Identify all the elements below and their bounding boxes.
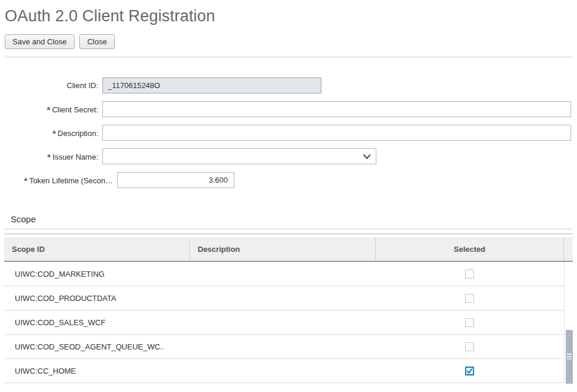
required-asterisk: * [47, 152, 51, 161]
scope-id-cell: UIWC:CC_HOME [4, 367, 375, 375]
required-asterisk: * [24, 176, 28, 185]
scope-table-body: UIWC:COD_MARKETING UIWC:COD_PRODUCTDATA … [4, 262, 573, 383]
table-row[interactable]: UIWC:CC_HOME [4, 359, 564, 383]
scrollbar-thumb[interactable] [566, 330, 573, 384]
scope-checkbox[interactable] [465, 318, 474, 327]
chevron-down-icon [363, 153, 371, 160]
issuer-name-row: *Issuer Name: [5, 148, 577, 164]
selected-cell [375, 367, 563, 375]
checkmark-icon [466, 368, 473, 374]
oauth-client-registration-page: OAuth 2.0 Client Registration Save and C… [0, 7, 577, 383]
token-lifetime-field[interactable] [117, 172, 234, 188]
description-label: *Description: [5, 128, 98, 138]
scope-id-cell: UIWC:COD_MARKETING [4, 270, 375, 278]
required-asterisk: * [47, 105, 50, 114]
save-and-close-button[interactable]: Save and Close [5, 34, 75, 49]
scope-id-cell: UIWC:COD_SALES_WCF [4, 318, 375, 327]
toolbar-divider [5, 57, 573, 57]
token-lifetime-label-text: Token Lifetime (Secon… [29, 176, 113, 185]
table-row[interactable]: UIWC:COD_MARKETING [4, 262, 564, 286]
description-label-text: Description: [57, 129, 98, 138]
column-header-scrollbar-spacer [563, 237, 573, 261]
table-row[interactable]: UIWC:COD_SEOD_AGENT_QUEUE_WC.. [4, 335, 564, 359]
scope-id-cell: UIWC:COD_SEOD_AGENT_QUEUE_WC.. [4, 342, 375, 351]
client-id-row: Client ID: [5, 77, 577, 93]
scope-checkbox[interactable] [465, 342, 474, 351]
table-row[interactable]: UIWC:COD_PRODUCTDATA [4, 286, 564, 310]
column-header-selected: Selected [375, 237, 563, 261]
table-row[interactable]: UIWC:COD_SALES_WCF [4, 310, 564, 335]
selected-cell [375, 342, 563, 351]
scope-section-heading: Scope [11, 214, 577, 224]
required-asterisk: * [53, 128, 56, 138]
issuer-name-label-text: Issuer Name: [53, 153, 98, 161]
scope-checkbox[interactable] [465, 270, 474, 278]
scope-checkbox[interactable] [465, 294, 474, 303]
selected-cell [375, 294, 563, 303]
scrollbar-grip-icon [567, 354, 572, 361]
page-title: OAuth 2.0 Client Registration [5, 7, 577, 25]
column-header-description: Description [189, 237, 375, 261]
toolbar: Save and Close Close [5, 34, 577, 49]
client-secret-label: *Client Secret: [5, 104, 98, 114]
close-button[interactable]: Close [79, 34, 114, 49]
table-vertical-scrollbar[interactable] [564, 262, 573, 384]
token-lifetime-label: *Token Lifetime (Secon… [5, 175, 113, 185]
selected-cell [375, 318, 563, 327]
token-lifetime-row: *Token Lifetime (Secon… [5, 172, 577, 188]
scope-table: Scope ID Description Selected UIWC:COD_M… [4, 233, 573, 383]
description-row: *Description: [5, 125, 577, 141]
client-id-label: Client ID: [5, 81, 98, 90]
client-secret-label-text: Client Secret: [52, 105, 98, 114]
column-header-scope-id: Scope ID [4, 237, 189, 261]
table-top-strip [4, 233, 573, 235]
scope-table-header: Scope ID Description Selected [4, 237, 573, 262]
description-field[interactable] [102, 125, 571, 141]
client-id-label-text: Client ID: [67, 81, 98, 90]
issuer-name-label: *Issuer Name: [5, 151, 98, 161]
client-id-field[interactable] [102, 77, 321, 93]
client-registration-form: Client ID: *Client Secret: *Description:… [5, 77, 577, 188]
scope-checkbox[interactable] [465, 367, 474, 375]
selected-cell [375, 270, 563, 278]
issuer-name-select[interactable] [102, 148, 376, 164]
scope-divider [4, 229, 573, 229]
client-secret-row: *Client Secret: [5, 101, 577, 117]
scope-id-cell: UIWC:COD_PRODUCTDATA [4, 294, 375, 303]
client-secret-field[interactable] [102, 101, 571, 117]
